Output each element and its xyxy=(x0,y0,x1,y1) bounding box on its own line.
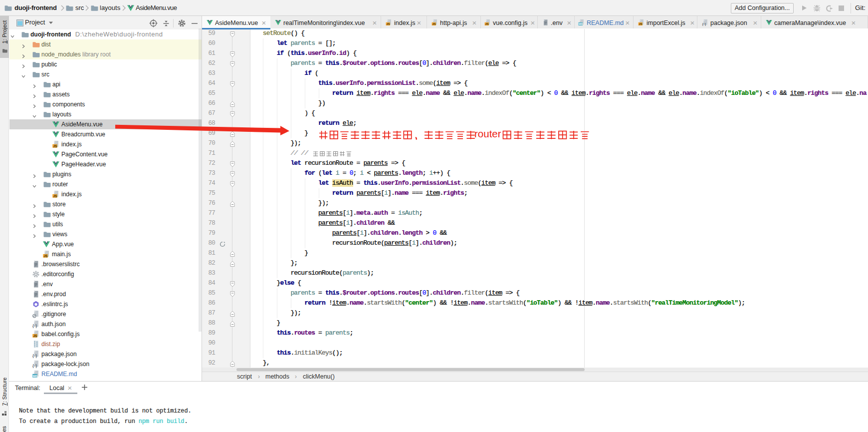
svg-text:{·}: {·} xyxy=(32,364,37,368)
svg-text:JS: JS xyxy=(33,334,37,338)
svg-text:JS: JS xyxy=(485,22,489,25)
svg-text:{·}: {·} xyxy=(32,354,37,358)
svg-text:{·}: {·} xyxy=(702,22,706,26)
svg-text:MD: MD xyxy=(33,374,38,378)
svg-text:JS: JS xyxy=(53,194,57,198)
svg-text:JS: JS xyxy=(639,22,643,25)
svg-text:JS: JS xyxy=(387,22,390,25)
svg-text:JS: JS xyxy=(433,22,436,25)
svg-text:{·}: {·} xyxy=(32,324,37,328)
svg-text:MD: MD xyxy=(579,22,583,25)
svg-text:JS: JS xyxy=(43,254,48,258)
svg-text:JS: JS xyxy=(53,144,57,148)
